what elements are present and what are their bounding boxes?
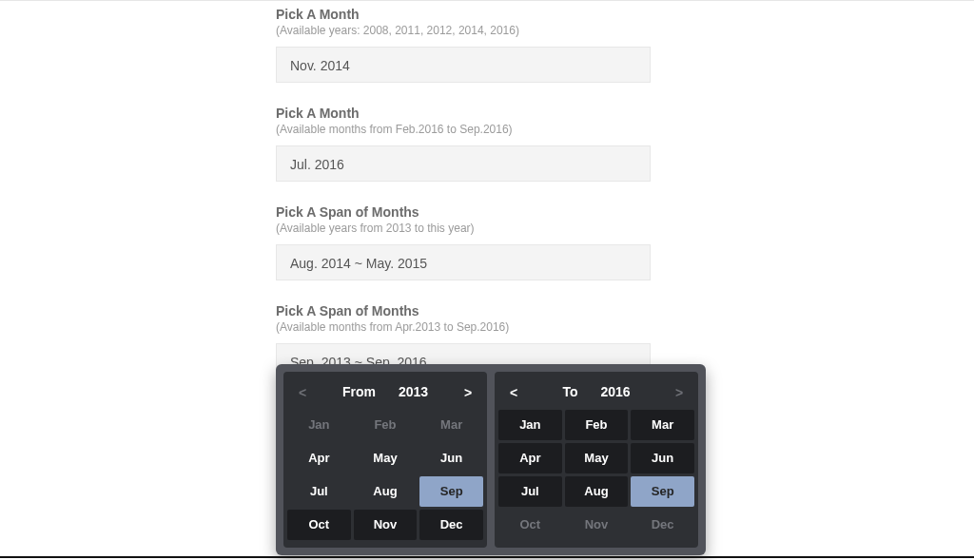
group-1: Pick A Month (Available months from Feb.… [276,106,656,182]
from-month-feb: Feb [354,410,418,440]
from-month-jan: Jan [287,410,351,440]
to-month-apr[interactable]: Apr [498,443,562,473]
from-title: From [342,384,376,399]
to-month-dec: Dec [631,510,694,540]
from-month-apr[interactable]: Apr [287,443,351,473]
picker-from-header: < From 2013 > [287,376,483,410]
to-month-aug[interactable]: Aug [565,476,629,507]
picker-from-pane: < From 2013 > JanFebMarAprMayJunJulAugSe… [283,372,487,548]
picker-to-pane: < To 2016 > JanFebMarAprMayJunJulAugSepO… [495,372,698,548]
from-year[interactable]: 2013 [399,384,428,399]
from-month-jul[interactable]: Jul [287,476,351,507]
group-hint: (Available months from Apr.2013 to Sep.2… [276,320,656,334]
group-label: Pick A Month [276,106,656,121]
picker-to-header: < To 2016 > [498,376,694,410]
from-month-oct[interactable]: Oct [287,510,351,540]
from-next-year-button[interactable]: > [458,385,477,400]
from-month-may[interactable]: May [354,443,418,473]
page: Pick A Month (Available years: 2008, 201… [0,0,974,560]
group-2: Pick A Span of Months (Available years f… [276,204,656,280]
to-month-mar[interactable]: Mar [631,410,694,440]
to-month-sep[interactable]: Sep [631,476,694,507]
month-input-0[interactable]: Nov. 2014 [276,47,651,83]
to-month-jan[interactable]: Jan [498,410,562,440]
month-input-1[interactable]: Jul. 2016 [276,145,651,182]
to-title: To [562,384,577,399]
to-month-nov: Nov [565,510,629,540]
from-month-grid: JanFebMarAprMayJunJulAugSepOctNovDec [287,410,483,540]
group-label: Pick A Month [276,7,656,22]
to-month-may[interactable]: May [565,443,629,473]
from-month-aug[interactable]: Aug [354,476,418,507]
to-month-jul[interactable]: Jul [498,476,562,507]
from-month-sep[interactable]: Sep [419,476,483,507]
to-month-oct: Oct [498,510,562,540]
group-label: Pick A Span of Months [276,303,656,319]
to-month-jun[interactable]: Jun [631,443,694,473]
month-span-picker: < From 2013 > JanFebMarAprMayJunJulAugSe… [276,364,706,555]
from-month-nov[interactable]: Nov [354,510,418,540]
group-0: Pick A Month (Available years: 2008, 201… [276,7,656,83]
from-month-mar: Mar [419,410,483,440]
group-label: Pick A Span of Months [276,204,656,220]
form-column: Pick A Month (Available years: 2008, 201… [276,7,656,379]
to-year[interactable]: 2016 [600,384,630,399]
month-span-input-0[interactable]: Aug. 2014 ~ May. 2015 [276,244,651,280]
from-month-dec[interactable]: Dec [419,510,483,540]
group-hint: (Available years from 2013 to this year) [276,222,656,235]
to-month-grid: JanFebMarAprMayJunJulAugSepOctNovDec [498,410,694,540]
from-prev-year-button[interactable]: < [293,385,312,400]
to-month-feb[interactable]: Feb [565,410,629,440]
from-month-jun[interactable]: Jun [419,443,483,473]
to-prev-year-button[interactable]: < [504,385,523,400]
group-hint: (Available years: 2008, 2011, 2012, 2014… [276,24,656,37]
group-hint: (Available months from Feb.2016 to Sep.2… [276,123,656,136]
to-next-year-button[interactable]: > [670,385,689,400]
